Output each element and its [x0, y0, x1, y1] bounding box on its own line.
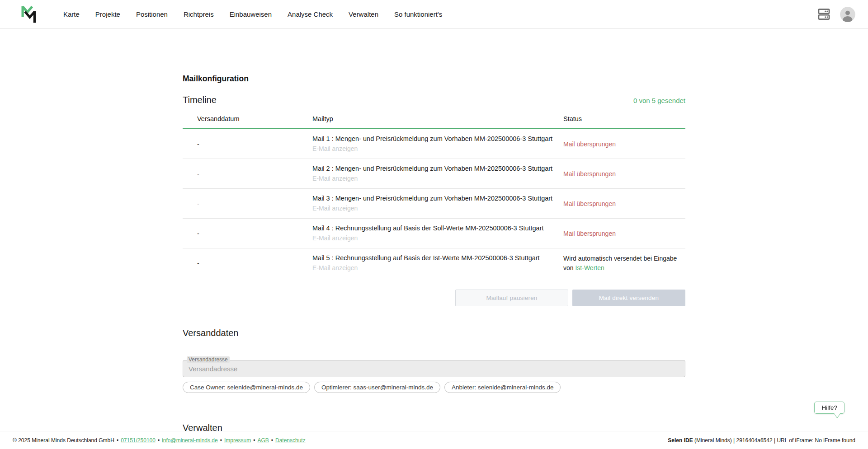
mineral-minds-logo-icon[interactable] [20, 4, 40, 25]
footer-link-impressum[interactable]: Impressum [224, 437, 251, 444]
ist-werten-link[interactable]: Ist-Werten [575, 264, 604, 271]
nav-item-analyse-check[interactable]: Analyse Check [288, 10, 333, 18]
table-row: - Mail 2 : Mengen- und Preisrückmeldung … [183, 159, 685, 189]
mail-direkt-versenden-button[interactable]: Mail direkt versenden [572, 290, 685, 306]
versandadresse-input[interactable] [183, 360, 685, 377]
timeline-heading: Timeline [183, 95, 217, 105]
separator: • [253, 437, 255, 444]
footer-left: © 2025 Mineral Minds Deutschland GmbH • … [13, 437, 306, 444]
mailtyp-text: Mail 1 : Mengen- und Preisrückmeldung zu… [312, 135, 563, 143]
mailtyp-text: Mail 3 : Mengen- und Preisrückmeldung zu… [312, 195, 563, 202]
main-menu: Karte Projekte Positionen Richtpreis Ein… [63, 10, 442, 18]
versandadresse-label: Versandadresse [187, 356, 230, 363]
footer-link-phone[interactable]: 07151/250100 [121, 437, 156, 444]
nav-item-einbauweisen[interactable]: Einbauweisen [230, 10, 272, 18]
email-anzeigen-link[interactable]: E-Mail anzeigen [312, 145, 358, 152]
versanddatum-value: - [183, 189, 312, 219]
table-row: - Mail 1 : Mengen- und Preisrückmeldung … [183, 129, 685, 159]
nav-item-so-funktionierts[interactable]: So funktioniert's [394, 10, 442, 18]
footer-link-email[interactable]: info@mineral-minds.de [162, 437, 218, 444]
chip-optimierer: Optimierer: saas-user@mineral-minds.de [314, 382, 440, 393]
separator: • [158, 437, 160, 444]
column-header-mailtyp: Mailtyp [312, 106, 563, 129]
email-anzeigen-link[interactable]: E-Mail anzeigen [312, 205, 358, 212]
status-text: Mail übersprungen [563, 140, 616, 148]
nav-item-verwalten[interactable]: Verwalten [349, 10, 378, 18]
versanddatum-value: - [183, 248, 312, 278]
status-text: Mail übersprungen [563, 170, 616, 178]
nav-right-icons [817, 7, 855, 22]
separator: • [271, 437, 273, 444]
footer: © 2025 Mineral Minds Deutschland GmbH • … [0, 431, 868, 449]
copyright-text: © 2025 Mineral Minds Deutschland GmbH [13, 437, 114, 444]
email-anzeigen-link[interactable]: E-Mail anzeigen [312, 264, 358, 271]
versanddatum-value: - [183, 219, 312, 248]
separator: • [117, 437, 118, 444]
footer-link-agb[interactable]: AGB [257, 437, 269, 444]
mailtyp-text: Mail 5 : Rechnungsstellung auf Basis der… [312, 254, 563, 262]
versanddatum-value: - [183, 159, 312, 189]
top-navigation: Karte Projekte Positionen Richtpreis Ein… [0, 0, 868, 29]
page-title: Mailkonfiguration [183, 74, 685, 84]
footer-meta-text: (Mineral Minds) | 2916404a6542 | URL of … [693, 437, 855, 444]
chip-case-owner: Case Owner: selenide@mineral-minds.de [183, 382, 310, 393]
versanddatum-value: - [183, 129, 312, 159]
email-anzeigen-link[interactable]: E-Mail anzeigen [312, 234, 358, 242]
separator: • [220, 437, 222, 444]
table-row: - Mail 3 : Mengen- und Preisrückmeldung … [183, 189, 685, 219]
mailtyp-text: Mail 4 : Rechnungsstellung auf Basis der… [312, 224, 563, 232]
user-avatar-icon[interactable] [840, 7, 855, 22]
table-row: - Mail 5 : Rechnungsstellung auf Basis d… [183, 248, 685, 278]
nav-item-projekte[interactable]: Projekte [95, 10, 120, 18]
status-text: Mail übersprungen [563, 230, 616, 237]
nav-item-karte[interactable]: Karte [63, 10, 80, 18]
nav-item-richtpreis[interactable]: Richtpreis [184, 10, 214, 18]
versanddaten-section: Versanddaten Versandadresse Case Owner: … [183, 328, 685, 393]
status-text: Mail übersprungen [563, 200, 616, 207]
chip-anbieter: Anbieter: selenide@mineral-minds.de [444, 382, 561, 393]
mailtyp-text: Mail 2 : Mengen- und Preisrückmeldung zu… [312, 165, 563, 173]
column-header-versanddatum: Versanddatum [183, 106, 312, 129]
email-anzeigen-link[interactable]: E-Mail anzeigen [312, 175, 358, 182]
footer-link-datenschutz[interactable]: Datenschutz [275, 437, 306, 444]
versanddaten-heading: Versanddaten [183, 328, 685, 338]
mail-timeline-table: Versanddatum Mailtyp Status - Mail 1 : M… [183, 106, 685, 278]
help-bubble-button[interactable]: Hilfe? [814, 402, 844, 414]
server-icon[interactable] [817, 7, 831, 21]
table-row: - Mail 4 : Rechnungsstellung auf Basis d… [183, 219, 685, 248]
sent-counter: 0 von 5 gesendet [633, 97, 685, 104]
main-content: Mailkonfiguration Timeline 0 von 5 gesen… [183, 29, 685, 449]
recipient-chips: Case Owner: selenide@mineral-minds.de Op… [183, 382, 685, 393]
nav-item-positionen[interactable]: Positionen [136, 10, 168, 18]
selen-ide-label: Selen IDE [668, 437, 693, 444]
maillauf-pausieren-button[interactable]: Maillauf pausieren [455, 290, 568, 306]
column-header-status: Status [563, 106, 685, 129]
footer-right: Selen IDE (Mineral Minds) | 2916404a6542… [668, 437, 855, 444]
